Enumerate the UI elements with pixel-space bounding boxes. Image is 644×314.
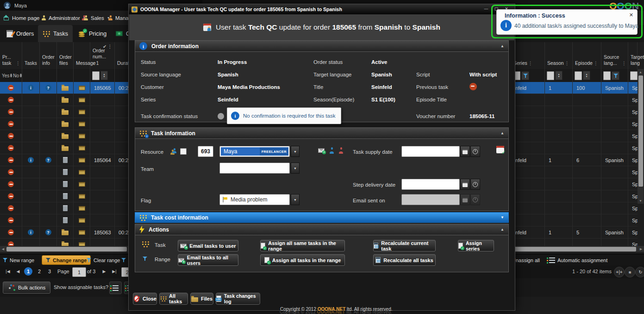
task-cost-information-header[interactable]: Task cost information ▼ xyxy=(135,212,509,223)
col-header-duration[interactable]: Duration xyxy=(115,42,128,69)
order-files-icon[interactable] xyxy=(62,98,69,103)
message-icon[interactable] xyxy=(79,206,85,211)
task-changes-log-button[interactable]: Task changes log xyxy=(216,293,260,305)
refresh-icon[interactable]: ↻ xyxy=(635,267,644,277)
tab-pricing[interactable]: Pricing xyxy=(74,25,111,42)
column-menu-icon[interactable]: ⋮ xyxy=(16,61,20,67)
column-menu-icon[interactable]: ⋮ xyxy=(622,61,626,67)
order-files-icon[interactable] xyxy=(63,217,68,223)
col-header-pr-task[interactable]: Pr... task⋮ xyxy=(0,42,22,69)
clear-filter-icon[interactable]: ⨳ xyxy=(625,267,635,277)
no-radio[interactable] xyxy=(20,74,22,77)
col-header-order-info[interactable]: Order info xyxy=(40,42,57,69)
col-header-series[interactable]: Series⋮ xyxy=(511,42,545,69)
step-delivery-date-input[interactable] xyxy=(401,179,460,190)
previous-task-icon[interactable] xyxy=(8,181,14,187)
yes-radio[interactable] xyxy=(10,74,12,77)
collapse-up-icon[interactable]: ▲ xyxy=(500,44,504,48)
tab-orders[interactable]: Orders xyxy=(2,25,38,42)
table-row[interactable]: Seinfeld 1 6 Spanish Spanish xyxy=(507,154,638,166)
unassign-all-button[interactable]: Unassign all xyxy=(512,254,540,266)
notification-close-icon[interactable]: ✕ xyxy=(629,12,633,18)
order-information-header[interactable]: i Order information ▲ xyxy=(135,40,509,52)
source-filter-button[interactable] xyxy=(612,71,619,80)
table-row[interactable]: Spanish xyxy=(507,130,638,142)
first-page-icon[interactable]: |◀ xyxy=(4,267,12,276)
previous-task-icon[interactable] xyxy=(8,193,14,199)
horizontal-scrollbar[interactable]: ▶ xyxy=(511,246,644,252)
previous-task-icon[interactable] xyxy=(8,217,14,223)
resource-user2-icon[interactable] xyxy=(339,147,344,154)
order-files-icon[interactable] xyxy=(63,205,68,211)
team-dropdown-icon[interactable] xyxy=(291,163,300,174)
table-row[interactable] xyxy=(0,178,128,190)
table-row[interactable] xyxy=(0,166,128,178)
table-row[interactable]: Spanish xyxy=(507,214,638,226)
message-icon[interactable] xyxy=(79,122,85,126)
season-filter-input[interactable] xyxy=(547,71,554,80)
order-files-icon[interactable] xyxy=(63,157,68,163)
recalculate-current-button[interactable]: Recalculate current task xyxy=(373,240,436,251)
episode-spinner[interactable]: ▲▼ xyxy=(583,71,590,80)
table-row[interactable]: Spanish xyxy=(507,190,638,202)
table-row[interactable] xyxy=(0,202,128,214)
order-files-icon[interactable] xyxy=(63,181,68,187)
previous-task-icon[interactable] xyxy=(8,145,14,151)
order-info-icon[interactable]: ? xyxy=(45,85,51,91)
close-button[interactable]: Close xyxy=(133,293,157,305)
previous-task-icon[interactable] xyxy=(8,205,14,211)
flag-combobox[interactable]: Media problem xyxy=(219,194,290,205)
nav-home[interactable]: Home page xyxy=(3,11,39,25)
resource-combobox[interactable]: Maya FREELANCER xyxy=(219,146,290,157)
previous-task-icon[interactable] xyxy=(8,109,14,115)
previous-task-icon[interactable] xyxy=(8,229,14,235)
target-filter-input[interactable] xyxy=(630,71,638,80)
task-information-header[interactable]: Task information ▲ xyxy=(135,127,509,139)
previous-task-icon[interactable] xyxy=(8,157,14,163)
table-row[interactable] xyxy=(0,130,128,142)
supply-clock-icon[interactable] xyxy=(470,146,480,157)
email-tasks-user-button[interactable]: Email tasks to user xyxy=(178,240,238,251)
view-mode-1-button[interactable] xyxy=(109,282,122,294)
col-header-message[interactable]: Message xyxy=(74,42,90,69)
table-row[interactable]: Spanish xyxy=(507,202,638,214)
order-files-icon[interactable] xyxy=(63,193,68,199)
nav-administrator[interactable]: Administrator ▼ xyxy=(42,11,86,25)
flag-dropdown-icon[interactable] xyxy=(291,194,300,205)
last-page-icon[interactable]: ▶| xyxy=(110,267,119,276)
tab-tasks[interactable]: Tasks xyxy=(38,25,73,42)
series-filter-button[interactable] xyxy=(521,71,529,80)
email-tasks-all-button[interactable]: Email tasks to all users xyxy=(178,254,238,266)
step-clock-icon[interactable] xyxy=(470,179,480,190)
step-calendar-icon[interactable] xyxy=(460,179,470,190)
page-2[interactable]: 2 xyxy=(35,267,44,276)
collapse-down-icon[interactable]: ▼ xyxy=(500,215,504,220)
task-supply-date-input[interactable] xyxy=(401,146,460,157)
recalculate-all-button[interactable]: Recalculate all tasks xyxy=(373,254,436,266)
order-files-icon[interactable] xyxy=(62,122,69,127)
resource-checkbox[interactable] xyxy=(180,148,187,155)
page-1[interactable]: 1 xyxy=(24,267,32,276)
order-files-icon[interactable] xyxy=(62,110,69,115)
previous-task-icon[interactable] xyxy=(8,169,14,175)
message-icon[interactable] xyxy=(79,98,85,102)
message-icon[interactable] xyxy=(79,182,85,187)
col-header-order-files[interactable]: Order files xyxy=(57,42,74,69)
table-row[interactable]: Spanish xyxy=(507,142,638,154)
table-row[interactable] xyxy=(0,142,128,154)
team-combobox[interactable] xyxy=(219,163,290,174)
table-row[interactable] xyxy=(0,214,128,226)
previous-task-icon[interactable] xyxy=(8,133,14,139)
nav-sales[interactable]: Sales ▼ xyxy=(82,11,110,25)
message-icon[interactable] xyxy=(79,230,85,235)
next-page-icon[interactable]: ▶ xyxy=(100,267,108,276)
change-range-button[interactable]: Change range xyxy=(42,255,91,265)
table-row[interactable]: i ? 185064 00:2 xyxy=(0,154,128,166)
resource-dropdown-icon[interactable] xyxy=(291,146,300,157)
table-row[interactable] xyxy=(0,118,128,130)
all-tasks-button[interactable]: All tasks xyxy=(159,293,188,305)
column-menu-icon[interactable]: ⋮ xyxy=(528,61,533,67)
modal-title-bar[interactable]: OOONA Manager - User task Tech QC update… xyxy=(129,4,515,14)
assign-same-tasks-button[interactable]: Assign all same tasks in the range xyxy=(260,240,345,251)
message-icon[interactable] xyxy=(79,134,85,138)
